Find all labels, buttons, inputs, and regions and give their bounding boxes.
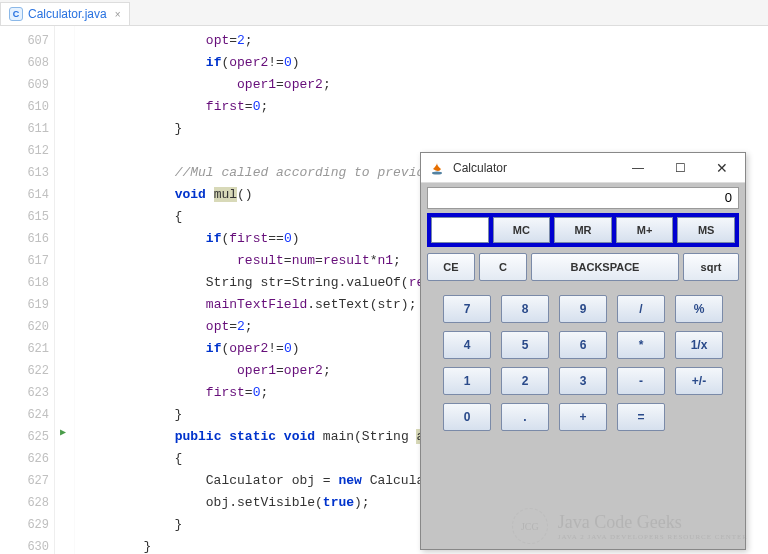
line-number: 610 — [0, 96, 49, 118]
key-+/-[interactable]: +/- — [675, 367, 723, 395]
key-6[interactable]: 6 — [559, 331, 607, 359]
line-number: 617 — [0, 250, 49, 272]
run-marker-icon[interactable]: ▶ — [60, 426, 66, 438]
key-4[interactable]: 4 — [443, 331, 491, 359]
code-line: oper1=oper2; — [81, 74, 768, 96]
line-number: 626 — [0, 448, 49, 470]
key-5[interactable]: 5 — [501, 331, 549, 359]
mc-button[interactable]: MC — [493, 217, 551, 243]
watermark-badge-icon: JCG — [512, 508, 548, 544]
line-number: 618 — [0, 272, 49, 294]
svg-point-0 — [432, 171, 442, 174]
line-gutter: 6076086096106116126136146156166176186196… — [0, 26, 55, 554]
mr-button[interactable]: MR — [554, 217, 612, 243]
line-number: 615 — [0, 206, 49, 228]
calculator-window: Calculator — ☐ ✕ 0 MC MR M+ MS CE C BACK… — [420, 152, 746, 550]
calculator-titlebar[interactable]: Calculator — ☐ ✕ — [421, 153, 745, 183]
code-line: opt=2; — [81, 30, 768, 52]
key--[interactable]: - — [617, 367, 665, 395]
backspace-button[interactable]: BACKSPACE — [531, 253, 679, 281]
watermark-tagline: JAVA 2 JAVA DEVELOPERS RESOURCE CENTER — [558, 533, 748, 541]
key-8[interactable]: 8 — [501, 295, 549, 323]
line-number: 616 — [0, 228, 49, 250]
line-number: 612 — [0, 140, 49, 162]
line-number: 621 — [0, 338, 49, 360]
key-.[interactable]: . — [501, 403, 549, 431]
calculator-title: Calculator — [453, 161, 617, 175]
maximize-button[interactable]: ☐ — [659, 154, 701, 182]
file-tab[interactable]: C Calculator.java × — [0, 2, 130, 25]
line-number: 629 — [0, 514, 49, 536]
line-number: 609 — [0, 74, 49, 96]
tab-filename: Calculator.java — [28, 7, 107, 21]
line-number: 628 — [0, 492, 49, 514]
line-number: 622 — [0, 360, 49, 382]
key-9[interactable]: 9 — [559, 295, 607, 323]
tab-bar: C Calculator.java × — [0, 0, 768, 26]
line-number: 611 — [0, 118, 49, 140]
line-number: 619 — [0, 294, 49, 316]
line-number: 624 — [0, 404, 49, 426]
mplus-button[interactable]: M+ — [616, 217, 674, 243]
code-line: } — [81, 118, 768, 140]
key-/[interactable]: / — [617, 295, 665, 323]
line-number: 613 — [0, 162, 49, 184]
marker-gutter: ▶ — [55, 26, 75, 554]
line-number: 625 — [0, 426, 49, 448]
watermark: JCG Java Code Geeks JAVA 2 JAVA DEVELOPE… — [512, 508, 748, 544]
key-*[interactable]: * — [617, 331, 665, 359]
line-number: 607 — [0, 30, 49, 52]
watermark-brand: Java Code Geeks — [558, 512, 682, 532]
line-number: 623 — [0, 382, 49, 404]
line-number: 627 — [0, 470, 49, 492]
ms-button[interactable]: MS — [677, 217, 735, 243]
line-number: 620 — [0, 316, 49, 338]
tab-close-icon[interactable]: × — [115, 9, 121, 20]
code-line: first=0; — [81, 96, 768, 118]
calculator-display: 0 — [427, 187, 739, 209]
key-%[interactable]: % — [675, 295, 723, 323]
key-0[interactable]: 0 — [443, 403, 491, 431]
key-7[interactable]: 7 — [443, 295, 491, 323]
line-number: 630 — [0, 536, 49, 554]
close-button[interactable]: ✕ — [701, 154, 743, 182]
key-=[interactable]: = — [617, 403, 665, 431]
function-row: CE C BACKSPACE sqrt — [427, 253, 739, 281]
memory-indicator — [431, 217, 489, 243]
ce-button[interactable]: CE — [427, 253, 475, 281]
code-line: if(oper2!=0) — [81, 52, 768, 74]
key-2[interactable]: 2 — [501, 367, 549, 395]
key-3[interactable]: 3 — [559, 367, 607, 395]
sqrt-button[interactable]: sqrt — [683, 253, 739, 281]
numpad: 789/%456*1/x123-+/-0.+= — [427, 287, 739, 439]
key-1/x[interactable]: 1/x — [675, 331, 723, 359]
java-file-icon: C — [9, 7, 23, 21]
memory-row: MC MR M+ MS — [427, 213, 739, 247]
key-1[interactable]: 1 — [443, 367, 491, 395]
key-+[interactable]: + — [559, 403, 607, 431]
c-button[interactable]: C — [479, 253, 527, 281]
minimize-button[interactable]: — — [617, 154, 659, 182]
line-number: 608 — [0, 52, 49, 74]
java-cup-icon — [429, 160, 445, 176]
line-number: 614 — [0, 184, 49, 206]
